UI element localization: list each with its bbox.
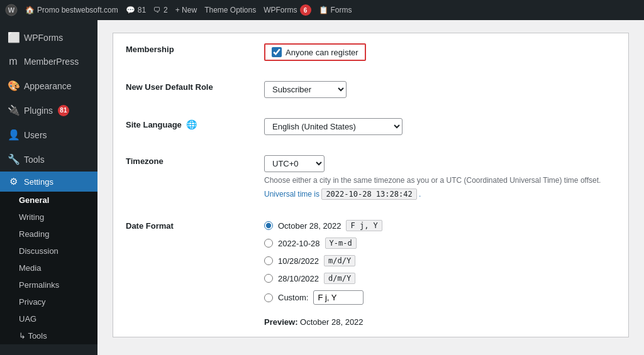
submenu-item-tools[interactable]: ↳ Tools (0, 327, 97, 344)
date-format-label: Date Format (126, 220, 252, 231)
sidebar-wpforms-label: WPForms (24, 33, 63, 43)
submenu-item-discussion[interactable]: Discussion (0, 243, 97, 259)
date-format-row: Date Format October 28, 2022 F j, Y 2022… (113, 210, 629, 337)
default-role-row: New User Default Role Subscriber Contrib… (113, 71, 629, 109)
memberpress-icon: m (8, 56, 19, 67)
submenu-item-privacy[interactable]: Privacy (0, 293, 97, 310)
users-icon: 👤 (8, 129, 19, 141)
comment-count: 81 (138, 6, 146, 14)
language-icon: 🌐 (186, 119, 197, 129)
site-language-row: Site Language 🌐 English (United States) … (113, 108, 629, 146)
sidebar-item-plugins[interactable]: 🔌 Plugins 81 (0, 98, 97, 123)
date-radio-4[interactable] (264, 274, 273, 283)
date-preview: Preview: October 28, 2022 (264, 317, 616, 327)
date-format-value: October 28, 2022 F j, Y 2022-10-28 Y-m-d… (264, 220, 616, 327)
wpforms-button[interactable]: WPForms 6 (264, 4, 311, 16)
wpforms-badge: 6 (300, 4, 311, 16)
wp-logo-button[interactable]: W (5, 4, 18, 16)
comments-icon: 💬 (126, 6, 135, 14)
submenu-item-uag[interactable]: UAG (0, 310, 97, 327)
sidebar-item-appearance[interactable]: 🎨 Appearance (0, 74, 97, 98)
settings-submenu: General Writing Reading Discussion Media… (0, 192, 97, 344)
main-content: Membership Anyone can register New User … (97, 20, 644, 355)
date-radio-1[interactable] (264, 221, 273, 230)
settings-icon: ⚙ (8, 176, 19, 187)
bubble-icon: 🗨 (153, 6, 161, 14)
plugins-icon: 🔌 (8, 104, 19, 116)
membership-label: Membership (126, 43, 252, 54)
default-role-value: Subscriber Contributor Author Editor Adm… (264, 81, 616, 98)
sidebar-item-wpforms[interactable]: ⬜ WPForms (0, 25, 97, 50)
membership-row: Membership Anyone can register (113, 33, 629, 72)
default-role-label: New User Default Role (126, 81, 252, 92)
universal-time-value: 2022-10-28 13:28:42 (321, 188, 416, 200)
date-radio-3[interactable] (264, 256, 273, 265)
date-label-4: 28/10/2022 (278, 274, 319, 283)
new-content-button[interactable]: + New (175, 6, 197, 14)
submenu-item-general[interactable]: General (0, 192, 97, 209)
submenu-item-reading[interactable]: Reading (0, 226, 97, 243)
universal-time-label: Universal time is (264, 190, 319, 199)
theme-options-label: Theme Options (204, 6, 256, 14)
date-code-2: Y-m-d (325, 238, 357, 249)
plugins-badge: 81 (58, 105, 69, 116)
sidebar-item-tools[interactable]: 🔧 Tools (0, 147, 97, 172)
date-label-1: October 28, 2022 (278, 221, 341, 231)
date-option-1: October 28, 2022 F j, Y (264, 220, 616, 231)
sidebar: ⬜ WPForms m MemberPress 🎨 Appearance 🔌 P… (0, 20, 97, 355)
membership-checkbox-label: Anyone can register (286, 48, 358, 57)
date-option-4: 28/10/2022 d/m/Y (264, 273, 616, 284)
comments-button[interactable]: 💬 81 (126, 6, 146, 14)
sidebar-item-users[interactable]: 👤 Users (0, 123, 97, 147)
preview-label: Preview: (264, 317, 297, 327)
submenu-item-writing[interactable]: Writing (0, 209, 97, 226)
theme-options-button[interactable]: Theme Options (204, 6, 256, 14)
appearance-icon: 🎨 (8, 80, 19, 92)
date-option-3: 10/28/2022 m/d/Y (264, 255, 616, 266)
timezone-help-text: Choose either a city in the same timezon… (264, 176, 616, 185)
wpforms-label: WPForms (264, 6, 297, 14)
date-radio-custom[interactable] (264, 293, 273, 302)
wp-logo-icon: W (5, 4, 18, 16)
timezone-label: Timezone (126, 155, 252, 166)
site-language-select[interactable]: English (United States) English (UK) (264, 118, 402, 135)
new-label: + New (175, 6, 197, 14)
date-label-3: 10/28/2022 (278, 256, 319, 266)
forms-button[interactable]: 📋 Forms (319, 6, 352, 14)
submenu-item-media[interactable]: Media (0, 259, 97, 276)
membership-value: Anyone can register (264, 43, 616, 61)
tools-icon: 🔧 (8, 153, 19, 165)
date-code-1: F j, Y (346, 220, 382, 231)
membership-checkbox-wrapper[interactable]: Anyone can register (264, 43, 366, 61)
admin-bar: W 🏠 Promo bestwebsoft.com 💬 81 🗨 2 + New… (0, 0, 644, 20)
date-format-options: October 28, 2022 F j, Y 2022-10-28 Y-m-d… (264, 220, 616, 327)
site-name: Promo bestwebsoft.com (37, 6, 118, 14)
timezone-row: Timezone UTC+0 UTC+1 UTC-5 Choose either… (113, 145, 629, 210)
sidebar-settings-label: Settings (24, 177, 53, 187)
date-option-custom: Custom: (264, 290, 616, 305)
arrow-icon: ↳ (19, 331, 28, 341)
date-option-2: 2022-10-28 Y-m-d (264, 238, 616, 249)
bubble-count: 2 (164, 6, 168, 14)
sidebar-users-label: Users (24, 130, 47, 140)
submenu-item-permalinks[interactable]: Permalinks (0, 276, 97, 293)
home-button[interactable]: 🏠 Promo bestwebsoft.com (25, 6, 118, 14)
timezone-value: UTC+0 UTC+1 UTC-5 Choose either a city i… (264, 155, 616, 200)
date-custom-input[interactable] (313, 290, 364, 305)
sidebar-plugins-label: Plugins (24, 106, 53, 116)
sidebar-item-settings[interactable]: ⚙ Settings (0, 172, 97, 192)
date-code-4: d/m/Y (324, 273, 355, 284)
sidebar-item-memberpress[interactable]: m MemberPress (0, 50, 97, 74)
default-role-select[interactable]: Subscriber Contributor Author Editor Adm… (264, 81, 347, 98)
site-language-value: English (United States) English (UK) (264, 118, 616, 135)
sidebar-appearance-label: Appearance (24, 81, 72, 91)
sidebar-memberpress-label: MemberPress (24, 57, 79, 67)
timezone-select[interactable]: UTC+0 UTC+1 UTC-5 (264, 155, 325, 172)
home-icon: 🏠 (25, 6, 35, 14)
svg-text:W: W (8, 6, 15, 14)
forms-icon: 📋 (319, 6, 328, 14)
membership-checkbox[interactable] (272, 47, 282, 57)
forms-label: Forms (331, 6, 352, 14)
date-radio-2[interactable] (264, 239, 273, 248)
bubble-button[interactable]: 🗨 2 (153, 6, 168, 14)
